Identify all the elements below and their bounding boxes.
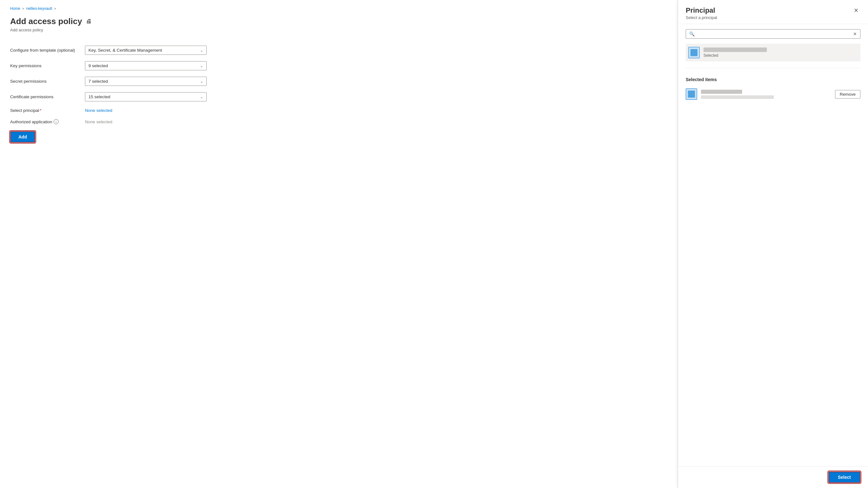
remove-button[interactable]: Remove	[835, 90, 860, 99]
search-box[interactable]: 🔍 ✕	[686, 29, 860, 39]
panel-title: Principal	[686, 6, 717, 14]
search-input[interactable]	[697, 32, 850, 36]
selected-item-avatar	[686, 89, 697, 100]
configure-value: Key, Secret, & Certificate Management	[88, 48, 162, 53]
selected-item-info	[701, 90, 831, 99]
selected-items-section: Selected items Remove	[686, 77, 860, 102]
left-panel: Home > nellies-keyvault > Add access pol…	[0, 0, 678, 488]
selected-item-name-bar	[701, 90, 742, 94]
key-permissions-value: 9 selected	[88, 63, 108, 68]
divider	[686, 68, 860, 68]
close-button[interactable]: ✕	[852, 6, 860, 14]
info-icon[interactable]: i	[54, 119, 59, 124]
select-button[interactable]: Select	[828, 471, 860, 483]
breadcrumb: Home > nellies-keyvault >	[10, 6, 667, 11]
configure-label: Configure from template (optional)	[10, 42, 80, 58]
chevron-down-icon-4: ⌄	[200, 95, 203, 99]
chevron-down-icon-2: ⌄	[200, 64, 203, 68]
search-icon: 🔍	[689, 31, 694, 36]
result-text-block: Selected	[704, 47, 767, 58]
chevron-down-icon-3: ⌄	[200, 79, 203, 84]
panel-subtitle: Select a principal	[686, 15, 717, 20]
required-star: *	[40, 108, 41, 113]
secret-permissions-label: Secret permissions	[10, 73, 80, 89]
authorized-none-selected: None selected	[85, 120, 112, 124]
cert-permissions-value: 15 selected	[88, 94, 110, 99]
key-permissions-label: Key permissions	[10, 58, 80, 73]
add-button[interactable]: Add	[10, 131, 35, 142]
search-result-item[interactable]: Selected	[686, 44, 860, 62]
breadcrumb-keyvault[interactable]: nellies-keyvault	[26, 6, 52, 11]
configure-dropdown[interactable]: Key, Secret, & Certificate Management ⌄	[85, 45, 207, 55]
page-subtitle: Add access policy	[10, 28, 667, 32]
principal-label-container: Select principal *	[10, 108, 80, 113]
page-title: Add access policy 🖨	[10, 17, 667, 26]
principal-label: Select principal	[10, 108, 39, 113]
panel-body: 🔍 ✕ Selected Selected items	[678, 24, 868, 466]
breadcrumb-sep1: >	[22, 7, 24, 10]
selected-item-row: Remove	[686, 86, 860, 102]
result-name-bar	[704, 47, 767, 52]
key-permissions-dropdown[interactable]: 9 selected ⌄	[85, 61, 207, 70]
avatar-inner	[690, 49, 698, 56]
avatar	[688, 47, 700, 58]
authorized-label-container: Authorized application i	[10, 119, 80, 124]
clear-search-icon[interactable]: ✕	[853, 31, 857, 36]
panel-header: Principal Select a principal ✕	[678, 0, 868, 24]
panel-footer: Select	[678, 466, 868, 488]
authorized-label: Authorized application	[10, 120, 52, 124]
print-icon[interactable]: 🖨	[86, 18, 92, 25]
form-table: Configure from template (optional) Key, …	[10, 42, 207, 127]
selected-item-sub-bar	[701, 95, 774, 99]
selected-item-avatar-inner	[688, 91, 695, 98]
principal-panel: Principal Select a principal ✕ 🔍 ✕ Selec…	[678, 0, 868, 488]
selected-items-title: Selected items	[686, 77, 860, 82]
secret-permissions-value: 7 selected	[88, 79, 108, 84]
principal-none-selected[interactable]: None selected	[85, 108, 112, 113]
result-selected-tag: Selected	[704, 53, 767, 58]
panel-title-block: Principal Select a principal	[686, 6, 717, 20]
chevron-down-icon: ⌄	[200, 48, 203, 53]
cert-permissions-dropdown[interactable]: 15 selected ⌄	[85, 92, 207, 101]
breadcrumb-sep2: >	[54, 7, 56, 10]
secret-permissions-dropdown[interactable]: 7 selected ⌄	[85, 77, 207, 86]
breadcrumb-home[interactable]: Home	[10, 6, 20, 11]
cert-permissions-label: Certificate permissions	[10, 89, 80, 104]
